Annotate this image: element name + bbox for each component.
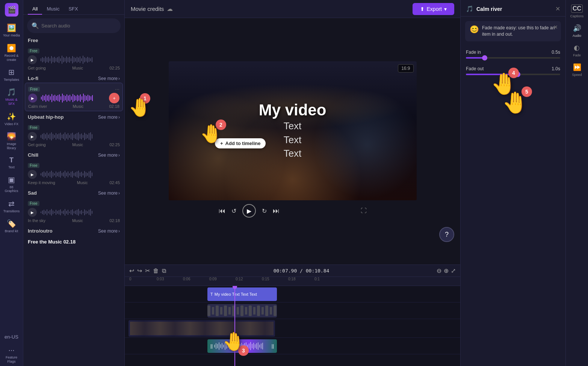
intro-outro-see-more[interactable]: See more › xyxy=(98,228,120,234)
play-button[interactable]: ▶ xyxy=(28,94,37,103)
section-lofi-header: Lo-fi See more › xyxy=(25,73,123,83)
tab-all[interactable]: All xyxy=(28,4,42,15)
svg-rect-33 xyxy=(90,58,91,61)
svg-rect-44 xyxy=(54,95,55,101)
fade-out-thumb[interactable] xyxy=(515,72,520,77)
add-to-timeline-indicator[interactable]: + xyxy=(109,93,119,103)
timeline-tracks[interactable]: T My video Text Text Text xyxy=(125,286,460,366)
svg-rect-173 xyxy=(90,209,91,216)
tab-sfx[interactable]: SFX xyxy=(64,4,82,15)
svg-rect-32 xyxy=(89,57,89,62)
sidebar-item-record[interactable]: ⏺️ Record &create xyxy=(1,41,23,64)
video-clip[interactable] xyxy=(207,304,277,318)
main-area: Movie credits ☁ ⬆ Export ▾ My video Text xyxy=(125,0,460,366)
search-bar[interactable]: 🔍 xyxy=(27,18,121,33)
forward-button[interactable]: ↻ xyxy=(262,207,267,215)
audio-title: Calm river xyxy=(28,104,47,109)
captions-icon-item[interactable]: CC Captions xyxy=(570,5,584,18)
sidebar-item-text[interactable]: T Text xyxy=(1,154,23,171)
svg-rect-65 xyxy=(86,96,87,100)
audio-item-get-going-1[interactable]: Free ▶ xyxy=(25,45,123,73)
search-input[interactable] xyxy=(41,23,116,29)
your-media-icon: 🖼️ xyxy=(7,23,16,32)
cut-button[interactable]: ✂ xyxy=(145,267,150,274)
fade-in-thumb[interactable] xyxy=(482,55,487,60)
fade-out-slider[interactable] xyxy=(466,74,560,75)
export-button[interactable]: ⬆ Export ▾ xyxy=(413,3,454,15)
speed-icon-item[interactable]: ⏩ Speed xyxy=(572,63,582,77)
delete-button[interactable]: 🗑 xyxy=(153,268,159,274)
sidebar-item-music-sfx[interactable]: 🎵 Music &SFX xyxy=(1,85,23,108)
audio-meta: Keep it moving Music 02:45 xyxy=(28,180,120,185)
zoom-in-button[interactable]: ⊕ xyxy=(444,267,449,274)
svg-rect-183 xyxy=(240,306,243,316)
playhead[interactable] xyxy=(234,286,235,366)
zoom-out-button[interactable]: ⊖ xyxy=(437,267,441,274)
svg-rect-135 xyxy=(86,172,86,177)
undo-button[interactable]: ↩ xyxy=(129,267,134,274)
sidebar-item-brand-kit[interactable]: 🏷️ Brand kit xyxy=(1,217,23,235)
bg-video-clip[interactable] xyxy=(128,320,275,337)
svg-rect-8 xyxy=(53,57,53,62)
svg-rect-17 xyxy=(66,56,67,63)
audio-item-in-the-sky[interactable]: Free ▶ xyxy=(25,197,123,225)
audio-item-keep-it-moving[interactable]: Free ▶ xyxy=(25,159,123,187)
sidebar-item-image-library[interactable]: 🌄 Imagelibrary xyxy=(1,130,23,153)
help-button[interactable]: ? xyxy=(439,227,454,242)
svg-rect-41 xyxy=(50,96,51,100)
sidebar-item-transitions[interactable]: ⇄ Transitions xyxy=(1,197,23,215)
close-panel-button[interactable]: ✕ xyxy=(555,5,560,12)
upbeat-see-more[interactable]: See more › xyxy=(98,115,120,120)
audio-clip[interactable]: || xyxy=(207,339,277,353)
fade-in-slider[interactable] xyxy=(466,57,560,59)
fade-icon-item[interactable]: ◐ Fade xyxy=(573,44,581,57)
audio-item-get-going-2[interactable]: Free ▶ xyxy=(25,121,123,149)
more-options-button[interactable]: ··· xyxy=(115,86,119,92)
section-sad-title: Sad xyxy=(28,190,37,196)
sidebar-item-feature-flags[interactable]: ··· FeatureFlags xyxy=(1,343,23,366)
lofi-see-more[interactable]: See more › xyxy=(98,76,120,81)
sidebar-item-language[interactable]: en-US xyxy=(1,332,23,342)
text-track-row: T My video Text Text Text xyxy=(125,286,460,302)
svg-rect-105 xyxy=(41,173,41,175)
audio-category: Music xyxy=(72,66,83,70)
rewind-button[interactable]: ↺ xyxy=(231,207,236,215)
audio-clip-end-handle[interactable]: || xyxy=(272,343,274,349)
svg-rect-81 xyxy=(57,134,58,139)
sad-see-more[interactable]: See more › xyxy=(98,191,120,196)
svg-rect-186 xyxy=(253,307,255,315)
sidebar-item-your-media[interactable]: 🖼️ Your media xyxy=(1,21,23,40)
add-to-timeline-popup[interactable]: + Add to timeline xyxy=(215,138,266,148)
text-clip[interactable]: T My video Text Text Text xyxy=(207,287,277,301)
skip-forward-button[interactable]: ⏭ xyxy=(273,207,280,215)
audio-item-free-the-music[interactable]: Free the Music 02.18 xyxy=(25,237,123,247)
sidebar-item-video-fx[interactable]: ✨ Video FX xyxy=(1,110,23,128)
skip-back-button[interactable]: ⏮ xyxy=(219,207,225,215)
svg-rect-57 xyxy=(74,95,75,101)
svg-rect-136 xyxy=(87,173,88,176)
play-button[interactable]: ▶ xyxy=(28,55,37,64)
chill-see-more[interactable]: See more › xyxy=(98,153,120,158)
sidebar-item-templates[interactable]: ⊞ Templates xyxy=(1,65,23,84)
svg-rect-35 xyxy=(41,97,42,100)
svg-rect-1 xyxy=(42,57,43,62)
audio-panel: All Music SFX 🔍 Free Free ▶ xyxy=(23,0,125,366)
tooltip-close-button[interactable]: ✕ xyxy=(553,24,558,30)
audio-track: Free the Music 02.18 xyxy=(28,239,120,245)
audio-icon-item[interactable]: 🔊 Audio xyxy=(573,24,581,38)
redo-button[interactable]: ↪ xyxy=(137,267,142,274)
play-button[interactable]: ▶ xyxy=(28,132,37,141)
play-button[interactable]: ▶ xyxy=(28,170,37,179)
duplicate-button[interactable]: ⧉ xyxy=(162,268,166,274)
audio-clip-start-handle[interactable]: || xyxy=(210,343,213,349)
play-button[interactable]: ▶ xyxy=(28,208,37,217)
fit-to-window-button[interactable]: ⤢ xyxy=(451,267,456,274)
fullscreen-button[interactable]: ⛶ xyxy=(361,207,367,214)
preview-area: My video Text Text Text 16:9 ⏮ ↺ ▶ ↻ ⏭ ⛶… xyxy=(125,18,460,265)
tab-music[interactable]: Music xyxy=(42,4,64,15)
export-icon: ⬆ xyxy=(420,6,425,12)
sidebar-item-graphics[interactable]: ▣ 88Graphics xyxy=(1,173,23,196)
svg-rect-137 xyxy=(89,171,89,177)
audio-item-calm-river[interactable]: Free ··· ▶ xyxy=(25,83,123,111)
play-pause-button[interactable]: ▶ xyxy=(242,204,256,218)
